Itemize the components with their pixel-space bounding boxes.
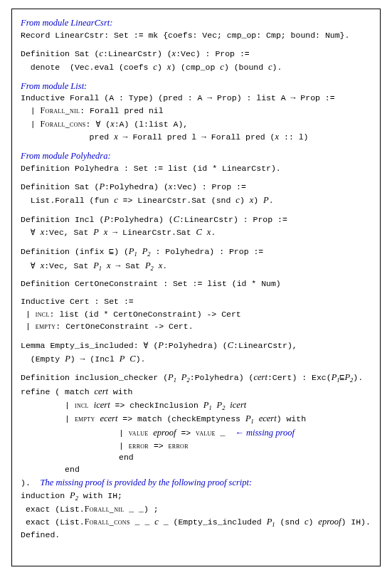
constructor: value bbox=[196, 428, 216, 438]
constructor: Forall_nil bbox=[85, 504, 125, 514]
code-line: Record LinearCstr: Set := mk {coefs: Vec… bbox=[21, 30, 371, 42]
code-line: end bbox=[21, 464, 371, 476]
constructor: Forall_cons bbox=[41, 119, 86, 129]
code-line: | incl icert => checkInclusion P1 P2 ice… bbox=[21, 399, 371, 413]
constructor: Forall_cons bbox=[85, 517, 130, 527]
code-line: Inductive Cert : Set := bbox=[21, 296, 371, 308]
code-line: pred x → Forall pred l → Forall pred (x … bbox=[21, 130, 371, 144]
code-line: Definition CertOneConstraint : Set := li… bbox=[21, 278, 371, 290]
code-line: | empty ecert => match (checkEmptyness P… bbox=[21, 412, 371, 426]
constructor: value bbox=[129, 428, 149, 438]
code-line: exact (List.Forall_nil _ _) ; bbox=[21, 503, 371, 516]
code-line: | empty: CertOneConstraint -> Cert. bbox=[21, 320, 371, 333]
code-line: | Forall_nil: Forall pred nil bbox=[21, 105, 371, 117]
code-line: | Forall_cons: ∀ (x:A) (l:list A), bbox=[21, 117, 371, 131]
code-line: Definition Polyhedra : Set := list (id *… bbox=[21, 163, 371, 175]
code-line: (Empty P) → (Incl P C). bbox=[21, 352, 371, 366]
code-line: ∀ x:Vec, Sat P x → LinearCstr.Sat C x. bbox=[21, 226, 371, 239]
constructor: empty bbox=[36, 321, 56, 331]
code-line: | incl: list (id * CertOneConstraint) ->… bbox=[21, 308, 371, 321]
section-title-3: From module Polyhedra: bbox=[21, 149, 371, 163]
code-line: | value eproof => value _ ← missing proo… bbox=[21, 426, 371, 440]
code-line: denote (Vec.eval (coefs c) x) (cmp_op c)… bbox=[21, 60, 371, 74]
constructor: incl bbox=[36, 309, 50, 319]
constructor: Forall_nil bbox=[41, 105, 80, 115]
code-line: Definition Sat (P:Polyhedra) (x:Vec) : P… bbox=[21, 180, 371, 194]
code-line: List.Forall (fun c => LinearCstr.Sat (sn… bbox=[21, 194, 371, 207]
comment-text: From module List: bbox=[21, 81, 87, 91]
section-title-1: From module LinearCsrt: bbox=[21, 16, 371, 30]
code-line: induction P2 with IH; bbox=[21, 489, 371, 503]
code-line: refine ( match cert with bbox=[21, 385, 371, 399]
code-line: Definition (infix ⊑) (P1 P2 : Polyhedra)… bbox=[21, 245, 371, 259]
code-line: Lemma Empty_is_included: ∀ (P:Polyhedra)… bbox=[21, 339, 371, 352]
code-line: Defined. bbox=[21, 529, 371, 542]
code-line: Definition Sat (c:LinearCstr) (x:Vec) : … bbox=[21, 47, 371, 60]
constructor: empty bbox=[75, 413, 95, 423]
code-line: ). The missing proof is provided by the … bbox=[21, 476, 371, 490]
code-line: exact (List.Forall_cons _ _ c _ (Empty_i… bbox=[21, 515, 371, 529]
constructor: error bbox=[169, 441, 189, 450]
comment-text: From module Polyhedra: bbox=[21, 151, 111, 161]
section-title-2: From module List: bbox=[21, 80, 371, 93]
constructor: incl bbox=[75, 400, 89, 410]
constructor: error bbox=[129, 441, 149, 450]
code-line: end bbox=[21, 452, 371, 464]
comment-missing-proof: ← missing proof bbox=[235, 428, 295, 438]
code-frame: From module LinearCsrt: Record LinearCst… bbox=[11, 9, 381, 566]
code-line: Definition Incl (P:Polyhedra) (C:LinearC… bbox=[21, 213, 371, 226]
code-line: ∀ x:Vec, Sat P1 x → Sat P2 x. bbox=[21, 259, 371, 273]
code-line: Inductive Forall (A : Type) (pred : A → … bbox=[21, 93, 371, 105]
code-line: Definition inclusion_checker (P1 P2:Poly… bbox=[21, 371, 371, 385]
code-line: | error => error bbox=[21, 440, 371, 453]
page: From module LinearCsrt: Record LinearCst… bbox=[0, 0, 392, 575]
comment-text: From module LinearCsrt: bbox=[21, 18, 112, 28]
comment-proof-script: The missing proof is provided by the fol… bbox=[41, 478, 253, 487]
